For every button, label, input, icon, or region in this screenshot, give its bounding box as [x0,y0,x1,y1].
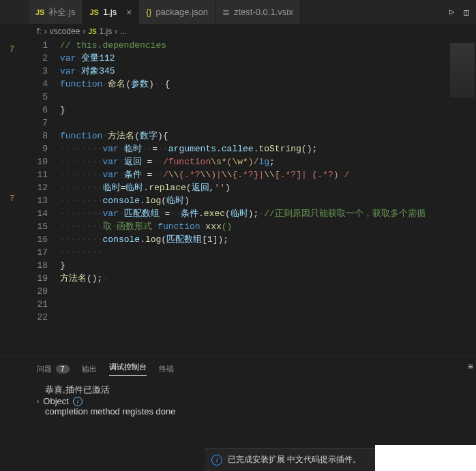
tab-label: 1.js [103,7,117,17]
line-numbers: 12345678910111213141516171819202122 [26,39,60,356]
editor-tabs: JS 补全.js JS 1.js × {} package.json ≣ zte… [0,0,476,24]
file-icon: ≣ [222,7,230,17]
tab-label: 补全.js [48,6,75,18]
breadcrumb[interactable]: f: › vscodee › JS 1.js › ... [0,24,476,39]
js-icon: JS [89,8,98,16]
code-area[interactable]: // this.dependenciesvar·变量112var·对象345fu… [60,39,449,356]
chevron-right-icon: › [37,397,39,405]
word-wrap-icon[interactable]: ≡ [468,362,473,372]
close-icon[interactable]: × [126,7,132,18]
tab-actions: ▷ ◫ [443,0,476,24]
margin-decoration: 7 [10,194,14,204]
panel-tab-output[interactable]: 输出 [82,362,97,376]
tab-item-active[interactable]: JS 1.js × [83,0,139,24]
console-line-object[interactable]: › Object i [37,396,439,406]
editor-margin: 7 7 [0,39,26,356]
object-label: Object [43,396,69,406]
info-icon: i [211,455,222,466]
console-line: completion method registes done [45,406,439,416]
chevron-right-icon: › [83,27,85,36]
chevron-right-icon: › [115,27,117,36]
tab-label: 问题 [37,364,52,374]
tab-label: ztest-0.0.1.vsix [234,7,293,17]
tab-item[interactable]: ≣ ztest-0.0.1.vsix [215,0,301,24]
info-icon[interactable]: i [73,397,83,406]
breadcrumb-segment: 1.js [100,27,113,36]
breadcrumb-segment: ... [120,27,127,36]
json-icon: {} [146,7,151,17]
panel-actions: ≡ [468,362,473,372]
chevron-right-icon: › [44,27,47,36]
problems-badge: 7 [56,365,70,374]
console-line: 恭喜,插件已激活 [45,384,439,396]
run-icon[interactable]: ▷ [449,7,454,17]
notification-toast[interactable]: i 已完成安装扩展 中文代码提示插件。 [205,448,375,471]
debug-console-output[interactable]: 恭喜,插件已激活 › Object i completion method re… [0,381,476,419]
toast-message: 已完成安装扩展 中文代码提示插件。 [228,454,361,466]
panel-tabs: 问题 7 输出 调试控制台 终端 [0,356,476,381]
panel-tab-problems[interactable]: 问题 7 [37,362,70,376]
panel-tab-terminal[interactable]: 终端 [159,362,174,376]
breadcrumb-segment: f: [37,27,42,36]
js-icon: JS [88,28,96,35]
tab-item[interactable]: {} package.json [139,0,215,24]
tab-label: package.json [155,7,208,17]
margin-decoration: 7 [10,45,14,55]
js-icon: JS [35,8,44,16]
panel-tab-debug-console[interactable]: 调试控制台 [109,362,147,376]
editor: 7 7 12345678910111213141516171819202122 … [0,39,476,356]
breadcrumb-segment: vscodee [50,27,80,36]
minimap[interactable] [449,39,476,356]
tab-item[interactable]: JS 补全.js [29,0,83,24]
minimap-content [450,43,475,97]
overlay-block [375,445,476,471]
split-editor-icon[interactable]: ◫ [464,7,469,18]
